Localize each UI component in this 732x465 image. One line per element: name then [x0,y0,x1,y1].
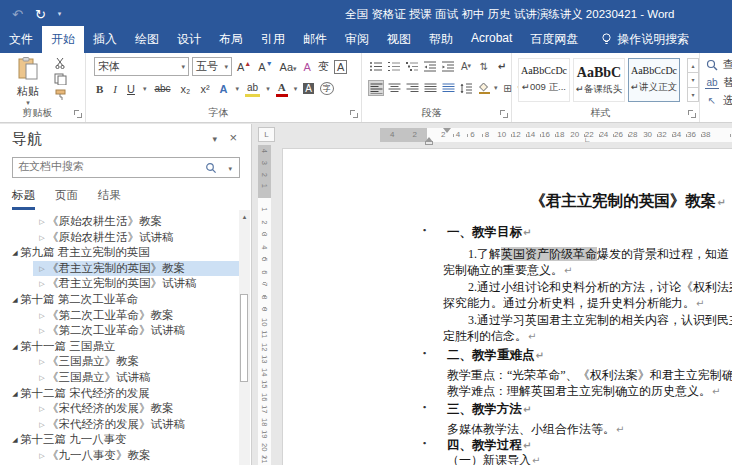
tree-expand-icon[interactable]: ▷ [37,354,47,370]
enclose-characters-button[interactable]: 字 [320,82,334,95]
nav-tree-item[interactable]: ▷ 《君主立宪制的英国》教案 [33,261,240,277]
bullet-list-button[interactable] [368,58,384,74]
shading-button[interactable] [476,80,492,96]
redo-icon[interactable]: ↻ [35,7,46,22]
search-icon[interactable] [205,162,217,174]
cut-icon[interactable] [54,57,68,69]
font-dialog-launcher-icon[interactable] [350,110,358,118]
asian-layout-button[interactable]: A▾ [458,58,474,74]
show-marks-button[interactable]: ↵ [494,58,510,74]
nav-tree-item[interactable]: ▷ 《第二次工业革命》教案 [0,308,240,324]
shading-dropdown-icon[interactable]: ▾ [494,84,498,92]
nav-tree-item[interactable]: ◢ 第十二篇 宋代经济的发展 [0,386,240,402]
tree-expand-icon[interactable]: ▷ [37,214,47,230]
italic-button[interactable]: I [111,82,119,96]
style-gallery-more-icon[interactable]: ▾ [688,88,698,101]
ribbon-tab[interactable]: 视图 [378,26,420,53]
search-options-chevron-icon[interactable]: ▾ [228,165,232,173]
increase-indent-button[interactable] [440,58,456,74]
nav-tree-item[interactable]: ◢ 第九篇 君主立宪制的英国 [0,245,240,261]
style-card[interactable]: AaBbCcDc ↵讲义正文 [628,58,680,102]
align-right-button[interactable] [404,80,420,96]
ribbon-tab[interactable]: 设计 [168,26,210,53]
format-painter-icon[interactable] [54,89,68,101]
navigation-tab[interactable]: 页面 [55,188,78,210]
nav-tree-item[interactable]: ▷ 《宋代经济的发展》教案 [0,401,240,417]
undo-icon[interactable]: ↶ [12,7,23,22]
search-input[interactable] [18,160,188,172]
navigation-search-box[interactable]: ▾ [12,157,240,178]
ribbon-tab[interactable]: 审阅 [336,26,378,53]
style-card[interactable]: AaBbCcDc ↵009 正... [518,58,570,102]
font-size-combo[interactable]: 五号 ▾ [192,57,232,76]
navigation-options-chevron-icon[interactable]: ▾ [212,134,217,144]
tree-expand-icon[interactable]: ◢ [10,339,20,355]
distribute-button[interactable] [440,80,456,96]
nav-tree-item[interactable]: ◢ 第十篇 第二次工业革命 [0,292,240,308]
replace-button[interactable]: ab 替换 [705,75,732,90]
tree-expand-icon[interactable]: ▷ [37,370,47,386]
tree-expand-icon[interactable]: ▷ [37,276,47,292]
text-effects-button[interactable]: A [218,82,230,96]
ribbon-tab[interactable]: 引用 [252,26,294,53]
font-color-dropdown-icon[interactable]: ▾ [294,85,298,93]
tree-expand-icon[interactable]: ▷ [37,323,47,339]
style-scroll-up-icon[interactable]: ▴ [688,59,698,73]
quick-access-more-icon[interactable]: ▾ [58,10,62,18]
nav-tree-item[interactable]: ▷ 《第二次工业革命》试讲稿 [0,323,240,339]
tree-expand-icon[interactable]: ▷ [37,448,47,464]
ribbon-tab[interactable]: 邮件 [294,26,336,53]
find-button[interactable]: 查找 [705,57,732,72]
nav-tree-item[interactable]: ◢ 第十一篇 三国鼎立 [0,339,240,355]
scroll-up-icon[interactable]: ▴ [239,210,250,221]
ribbon-tab[interactable]: 开始 [42,26,84,53]
nav-tree-item[interactable]: ▷ 《宋代经济的发展》试讲稿 [0,417,240,433]
strikethrough-button[interactable]: abc [152,82,172,95]
text-effects-dropdown-icon[interactable]: ▾ [236,85,240,93]
document-page[interactable]: 《君主立宪制的英国》教案↵ • 一、教学目标↵ 1.了解英国资产阶级革命爆发的背… [282,148,732,465]
style-scroll-down-icon[interactable]: ▾ [688,73,698,87]
ribbon-tab[interactable]: Acrobat [462,26,521,53]
font-name-dropdown-icon[interactable]: ▾ [181,63,185,71]
character-border-button[interactable]: A [334,60,347,74]
grow-font-button[interactable]: A▲ [235,59,253,74]
tree-expand-icon[interactable]: ▷ [37,417,47,433]
tree-expand-icon[interactable]: ◢ [10,245,20,261]
ribbon-tab[interactable]: 插入 [84,26,126,53]
style-card[interactable]: AaBbC ↵备课纸头 [573,58,625,102]
clear-formatting-button[interactable]: A [302,60,313,74]
tree-expand-icon[interactable]: ▷ [37,230,47,246]
nav-tree-item[interactable]: ▷ 《原始农耕生活》试讲稿 [0,230,240,246]
highlight-button[interactable]: ab [245,81,260,97]
superscript-button[interactable]: x² [198,82,211,96]
align-left-button[interactable] [368,80,384,96]
tree-expand-icon[interactable]: ◢ [10,386,20,402]
nav-tree-item[interactable]: ▷ 《君主立宪制的英国》试讲稿 [0,276,240,292]
paragraph-dialog-launcher-icon[interactable] [500,110,508,118]
ribbon-tab[interactable]: 文件 [0,26,42,53]
font-color-button[interactable]: A [276,80,288,97]
tree-expand-icon[interactable]: ▷ [37,261,47,277]
ribbon-tab[interactable]: 百度网盘 [521,26,587,53]
underline-dropdown-icon[interactable]: ▾ [143,85,147,93]
character-shading-button[interactable]: A [303,83,314,94]
clipboard-dialog-launcher-icon[interactable] [74,110,82,118]
nav-tree-item[interactable]: ▷ 《原始农耕生活》教案 [0,214,240,230]
ribbon-tab[interactable]: 绘图 [126,26,168,53]
tree-expand-icon[interactable]: ◢ [10,432,20,448]
subscript-button[interactable]: x₂ [179,82,193,96]
line-spacing-button[interactable] [458,80,474,96]
tree-expand-icon[interactable]: ▷ [37,401,47,417]
paste-button[interactable]: 粘贴 ▾ [8,57,48,109]
sort-button[interactable]: ⇅ [476,58,492,74]
multilevel-list-button[interactable] [404,58,420,74]
navigation-scrollbar[interactable]: ▴ [239,210,250,465]
navigation-close-icon[interactable]: × [229,130,237,145]
change-case-button[interactable]: Aa▾ [278,60,299,74]
nav-tree-item[interactable]: ▷ 《三国鼎立》试讲稿 [0,370,240,386]
shrink-font-button[interactable]: A▼ [256,59,274,74]
nav-tree-item[interactable]: ▷ 《三国鼎立》教案 [0,354,240,370]
font-size-dropdown-icon[interactable]: ▾ [224,63,228,71]
tree-expand-icon[interactable]: ◢ [10,292,20,308]
tree-expand-icon[interactable]: ▷ [37,308,47,324]
